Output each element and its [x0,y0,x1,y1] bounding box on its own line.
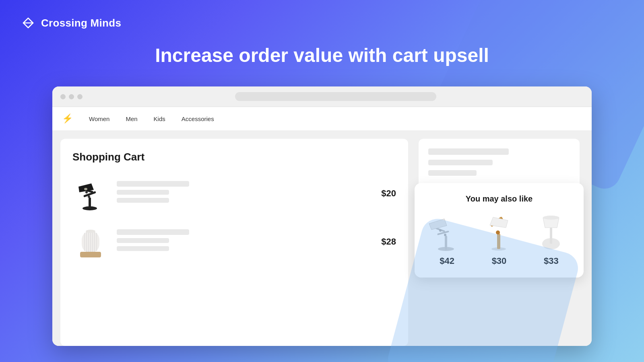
header: Crossing Minds [20,15,121,31]
svg-point-23 [439,229,442,232]
skeleton-2-2 [117,238,169,243]
svg-rect-16 [80,252,101,257]
cart-item-1: $20 [72,175,396,212]
browser-window: ⚡ Women Men Kids Accessories Shopping Ca… [52,86,592,346]
right-panel: You may also like [415,139,584,346]
svg-point-6 [88,195,90,198]
svg-rect-19 [445,236,447,250]
svg-rect-25 [497,234,500,249]
page-title: Increase order value with cart upsell [155,44,489,66]
skeleton-1-1 [117,181,189,187]
logo-icon [20,15,36,31]
rec-item-2-price: $30 [492,256,507,266]
svg-point-22 [444,234,446,236]
browser-chrome [52,86,592,107]
svg-rect-2 [89,197,91,210]
nav-item-women[interactable]: Women [89,115,109,122]
cart-item-1-details [117,181,373,206]
cart-panel: Shopping Cart [60,139,408,346]
svg-point-18 [438,247,454,251]
browser-dot-3 [77,94,83,99]
cart-item-1-price: $20 [381,188,396,199]
svg-rect-20 [437,230,449,235]
rec-item-3-price: $33 [544,256,559,266]
rec-item-3[interactable]: $33 [529,212,573,266]
svg-point-17 [86,230,95,233]
browser-content: Shopping Cart [52,131,592,346]
rec-item-2[interactable]: $30 [477,212,521,266]
cart-item-2-price: $28 [381,237,396,247]
rec-item-1-price: $42 [440,256,454,266]
recommendations-card: You may also like [415,183,584,278]
svg-point-30 [543,216,559,220]
rec-item-2-image [477,212,521,252]
skeleton-1-3 [117,198,169,203]
svg-rect-21 [434,227,446,232]
nav-item-accessories[interactable]: Accessories [182,115,214,122]
browser-dots [60,94,83,99]
nav-item-kids[interactable]: Kids [154,115,165,122]
cart-item-1-image [72,175,109,212]
cart-item-2: $28 [72,224,396,260]
svg-point-7 [85,191,88,193]
browser-dot-1 [60,94,66,99]
nav-logo-symbol: ⚡ [62,113,73,124]
rec-item-3-image [529,212,573,252]
svg-point-24 [491,247,506,251]
logo-text: Crossing Minds [41,17,121,29]
bg-sk-3 [428,170,477,176]
rec-item-1[interactable]: $42 [425,212,469,266]
skeleton-2-1 [117,229,189,235]
svg-point-5 [84,188,87,190]
nav-item-men[interactable]: Men [126,115,137,122]
browser-dot-2 [69,94,74,99]
bg-sk-1 [428,148,509,155]
browser-addressbar [235,92,436,101]
rec-item-1-image [425,212,469,252]
cart-item-2-image [72,224,109,260]
skeleton-1-2 [117,190,169,195]
cart-title: Shopping Cart [72,151,396,163]
rec-title: You may also like [424,194,574,204]
svg-rect-29 [550,228,552,244]
skeleton-2-3 [117,246,169,251]
bg-sk-2 [428,160,493,165]
svg-point-27 [496,230,500,234]
cart-item-2-details [117,229,373,254]
rec-items: $42 [424,212,574,266]
browser-nav: ⚡ Women Men Kids Accessories [52,107,592,131]
